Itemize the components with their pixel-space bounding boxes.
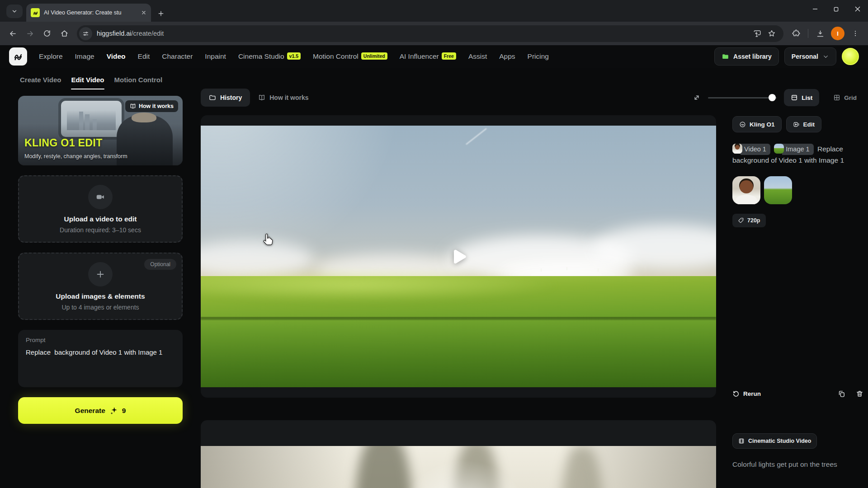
video1-chip[interactable]: Video 1: [741, 144, 770, 155]
tab-search-button[interactable]: [6, 5, 23, 18]
contrail-art: [466, 128, 487, 145]
history-item-1: Kling O1 Edit Video 1 Image 1 Replace ba…: [201, 115, 863, 398]
generate-button[interactable]: Generate 9: [18, 397, 183, 424]
nav-image[interactable]: Image: [75, 52, 94, 61]
higgsfield-logo[interactable]: [9, 47, 27, 66]
mode-chip[interactable]: Edit: [786, 116, 822, 132]
create-sidebar: Create Video Edit Video Motion Control H…: [13, 68, 188, 488]
nav-apps[interactable]: Apps: [499, 52, 515, 61]
prompt-label: Prompt: [26, 337, 175, 343]
how-it-works-button[interactable]: How it works: [250, 89, 316, 107]
address-bar[interactable]: higgsfield.ai/create/edit: [77, 25, 783, 42]
reload-button[interactable]: [39, 25, 55, 42]
upload-video-subtitle: Duration required: 3–10 secs: [60, 226, 141, 234]
generation-details: Kling O1 Edit Video 1 Image 1 Replace ba…: [732, 115, 863, 398]
tab-edit-video[interactable]: Edit Video: [71, 76, 104, 89]
nav-motion-control[interactable]: Motion ControlUnlimited: [313, 52, 387, 61]
image1-thumbnail[interactable]: [764, 176, 792, 204]
copy-icon[interactable]: [838, 390, 845, 398]
model-chip[interactable]: Kling O1: [732, 116, 782, 132]
video1-thumbnail[interactable]: [732, 176, 760, 204]
home-button[interactable]: [56, 25, 72, 42]
nav-video[interactable]: Video: [107, 52, 126, 61]
asset-library-button[interactable]: Asset library: [714, 47, 779, 66]
browser-tab[interactable]: AI Video Generator: Create stu: [26, 4, 151, 22]
nav-assist[interactable]: Assist: [468, 52, 487, 61]
resolution-badge: 720p: [732, 214, 766, 227]
book-icon: [258, 94, 265, 101]
upload-images-dropzone[interactable]: Optional Upload images & elements Up to …: [18, 253, 183, 320]
film-icon: [738, 438, 745, 444]
forward-button[interactable]: [22, 25, 38, 42]
model-chip-2[interactable]: Cinematic Studio Video: [732, 433, 817, 449]
generated-video-preview-2[interactable]: [201, 446, 716, 488]
url-domain: higgsfield.ai: [97, 30, 132, 37]
extensions-button[interactable]: [788, 25, 804, 42]
back-button[interactable]: [5, 25, 21, 42]
nav-pricing[interactable]: Pricing: [528, 52, 549, 61]
mouse-cursor: [262, 233, 274, 246]
tab-create-video[interactable]: Create Video: [20, 76, 61, 89]
downloads-button[interactable]: [812, 25, 828, 42]
grid-view-button[interactable]: Grid: [826, 89, 863, 106]
generation-prompt-2: Colorful lights get put on the trees: [732, 459, 850, 469]
nav-inpaint[interactable]: Inpaint: [205, 52, 226, 61]
play-button[interactable]: [448, 246, 469, 267]
history-button[interactable]: History: [201, 89, 250, 107]
image1-chip[interactable]: Image 1: [782, 144, 813, 155]
prompt-value[interactable]: Replace background of Video 1 with Image…: [26, 347, 175, 358]
plus-icon: [88, 262, 113, 286]
nav-edit[interactable]: Edit: [138, 52, 150, 61]
tab-close-icon[interactable]: [141, 10, 146, 15]
main-nav: Explore Image Video Edit Character Inpai…: [39, 52, 549, 61]
nav-character[interactable]: Character: [162, 52, 193, 61]
upload-images-title: Upload images & elements: [56, 292, 145, 300]
generated-video-preview[interactable]: [201, 126, 716, 387]
expand-button[interactable]: [693, 94, 701, 102]
tab-motion-control[interactable]: Motion Control: [114, 76, 163, 89]
browser-menu-button[interactable]: [847, 25, 863, 42]
window-minimize-button[interactable]: [804, 0, 826, 18]
window-maximize-button[interactable]: [826, 0, 847, 18]
site-favicon-icon: [31, 8, 40, 17]
main-content: History How it works List Grid: [201, 89, 863, 488]
nav-explore[interactable]: Explore: [39, 52, 63, 61]
site-info-button[interactable]: [79, 27, 92, 40]
bookmark-button[interactable]: [764, 26, 779, 41]
delete-icon[interactable]: [856, 390, 863, 398]
nav-ai-influencer[interactable]: AI InfluencerFree: [400, 52, 456, 61]
rerun-button[interactable]: Rerun: [732, 390, 761, 398]
video-player-card-2[interactable]: [201, 420, 716, 488]
video-player-card[interactable]: [201, 115, 716, 398]
prompt-field[interactable]: Prompt Replace background of Video 1 wit…: [18, 330, 183, 387]
kling-model-card[interactable]: How it works KLING O1 EDIT Modify, resty…: [18, 96, 183, 165]
header-right: Asset library Personal: [714, 47, 859, 66]
window-close-button[interactable]: [847, 0, 868, 18]
url-path: /create/edit: [132, 30, 164, 37]
upload-video-dropzone[interactable]: Upload a video to edit Duration required…: [18, 175, 183, 243]
back-icon: [9, 29, 17, 38]
rerun-icon: [732, 390, 740, 398]
generation-details-2: Cinematic Studio Video Colorful lights g…: [732, 420, 863, 488]
slider-knob[interactable]: [769, 94, 776, 101]
chevron-down-icon: [822, 53, 829, 60]
close-icon: [855, 6, 860, 12]
workspace-dropdown[interactable]: Personal: [784, 47, 836, 66]
nav-cinema-studio[interactable]: Cinema Studiov1.5: [238, 52, 301, 61]
new-tab-button[interactable]: [157, 10, 165, 17]
generation-prompt: Video 1 Image 1 Replace background of Vi…: [732, 144, 863, 166]
card-how-it-works-button[interactable]: How it works: [125, 100, 178, 112]
history-list: Kling O1 Edit Video 1 Image 1 Replace ba…: [201, 115, 863, 488]
item-actions: [838, 390, 863, 398]
app-header: Explore Image Video Edit Character Inpai…: [0, 45, 868, 68]
minimize-icon: [812, 6, 818, 12]
expand-icon: [693, 94, 701, 102]
model-card-subtitle: Modify, restyle, change angles, transfor…: [24, 153, 127, 160]
kling-model-icon: [739, 121, 746, 128]
list-view-button[interactable]: List: [784, 89, 819, 106]
browser-profile-avatar[interactable]: I: [831, 27, 844, 40]
upload-images-subtitle: Up to 4 images or elements: [61, 304, 139, 311]
install-app-button[interactable]: [750, 26, 764, 41]
thumbnail-size-slider[interactable]: [708, 94, 777, 101]
user-avatar[interactable]: [842, 48, 859, 65]
